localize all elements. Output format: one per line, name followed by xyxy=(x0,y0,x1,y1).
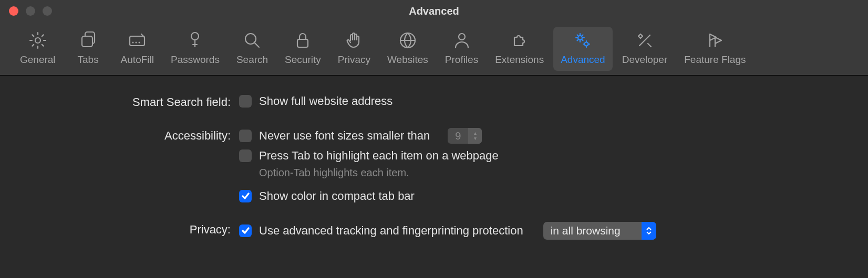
puzzle-icon xyxy=(510,31,529,50)
svg-rect-2 xyxy=(130,36,144,46)
chevron-up-down-icon xyxy=(642,222,656,240)
person-icon xyxy=(452,31,471,50)
tools-icon xyxy=(635,31,654,50)
svg-point-7 xyxy=(245,34,256,44)
tab-websites[interactable]: Websites xyxy=(380,27,436,71)
svg-point-0 xyxy=(35,38,40,43)
tab-tabs[interactable]: Tabs xyxy=(65,27,111,71)
title-bar: Advanced xyxy=(0,0,868,22)
minimize-button[interactable] xyxy=(26,6,35,16)
tab-extensions[interactable]: Extensions xyxy=(488,27,551,71)
search-icon xyxy=(243,31,262,50)
section-label-accessibility: Accessibility: xyxy=(21,128,239,143)
tab-label: Profiles xyxy=(445,54,478,66)
font-size-stepper[interactable]: 9 ▴▾ xyxy=(448,128,482,144)
checkbox-show-full-address[interactable] xyxy=(239,95,252,108)
tab-label: Websites xyxy=(387,54,428,66)
checkbox-tracking-protection[interactable] xyxy=(239,224,252,237)
tab-profiles[interactable]: Profiles xyxy=(438,27,485,71)
hint-text: Option-Tab highlights each item. xyxy=(239,167,847,179)
tab-label: General xyxy=(20,54,56,66)
tabs-icon xyxy=(79,31,98,50)
svg-point-5 xyxy=(139,41,140,43)
hand-icon xyxy=(345,31,364,50)
tab-search[interactable]: Search xyxy=(229,27,275,71)
svg-point-12 xyxy=(585,42,588,46)
tab-label: Feature Flags xyxy=(684,54,746,66)
advanced-settings-content: Smart Search field: Show full website ad… xyxy=(0,76,868,240)
key-icon xyxy=(185,31,204,50)
section-label-privacy: Privacy: xyxy=(21,222,239,237)
svg-rect-8 xyxy=(297,39,308,47)
svg-point-10 xyxy=(459,34,465,40)
autofill-icon xyxy=(128,31,147,50)
traffic-lights xyxy=(0,6,52,16)
tab-label: Security xyxy=(285,54,321,66)
svg-point-6 xyxy=(191,33,199,40)
svg-point-3 xyxy=(132,41,134,43)
tab-autofill[interactable]: AutoFill xyxy=(113,27,161,71)
close-button[interactable] xyxy=(9,6,18,16)
tab-label: Tabs xyxy=(78,54,99,66)
tab-passwords[interactable]: Passwords xyxy=(163,27,227,71)
checkbox-tab-highlight[interactable] xyxy=(239,149,252,162)
flags-icon xyxy=(706,31,725,50)
tab-label: Search xyxy=(236,54,268,66)
tab-feature-flags[interactable]: Feature Flags xyxy=(677,27,753,71)
chevron-up-down-icon: ▴▾ xyxy=(468,128,482,144)
checkbox-label: Never use font sizes smaller than xyxy=(259,129,430,143)
tab-label: Extensions xyxy=(495,54,544,66)
tab-label: Privacy xyxy=(338,54,370,66)
checkbox-label: Press Tab to highlight each item on a we… xyxy=(259,149,499,163)
tab-security[interactable]: Security xyxy=(277,27,328,71)
checkbox-min-font-size[interactable] xyxy=(239,130,252,142)
tab-label: Passwords xyxy=(171,54,220,66)
preferences-toolbar: General Tabs AutoFill Passwords Search S… xyxy=(0,22,868,76)
globe-icon xyxy=(398,31,417,50)
lock-icon xyxy=(293,31,312,50)
checkbox-label: Show color in compact tab bar xyxy=(259,189,415,203)
checkbox-label: Use advanced tracking and fingerprinting… xyxy=(259,224,523,238)
tab-general[interactable]: General xyxy=(13,27,63,71)
tab-privacy[interactable]: Privacy xyxy=(330,27,378,71)
svg-rect-1 xyxy=(82,36,92,47)
section-label-smart-search: Smart Search field: xyxy=(21,94,239,109)
tab-label: Advanced xyxy=(561,54,605,66)
maximize-button[interactable] xyxy=(43,6,52,16)
tab-advanced[interactable]: Advanced xyxy=(553,27,613,71)
stepper-value: 9 xyxy=(448,128,468,144)
gears-icon xyxy=(573,31,592,50)
select-value: in all browsing xyxy=(551,224,642,237)
checkbox-label: Show full website address xyxy=(259,94,392,108)
gear-icon xyxy=(28,31,47,50)
window-title: Advanced xyxy=(0,5,868,17)
tab-label: AutoFill xyxy=(121,54,154,66)
tab-label: Developer xyxy=(622,54,668,66)
checkbox-compact-color[interactable] xyxy=(239,190,252,202)
tab-developer[interactable]: Developer xyxy=(615,27,675,71)
tracking-scope-select[interactable]: in all browsing xyxy=(543,222,656,240)
svg-point-4 xyxy=(136,41,137,43)
